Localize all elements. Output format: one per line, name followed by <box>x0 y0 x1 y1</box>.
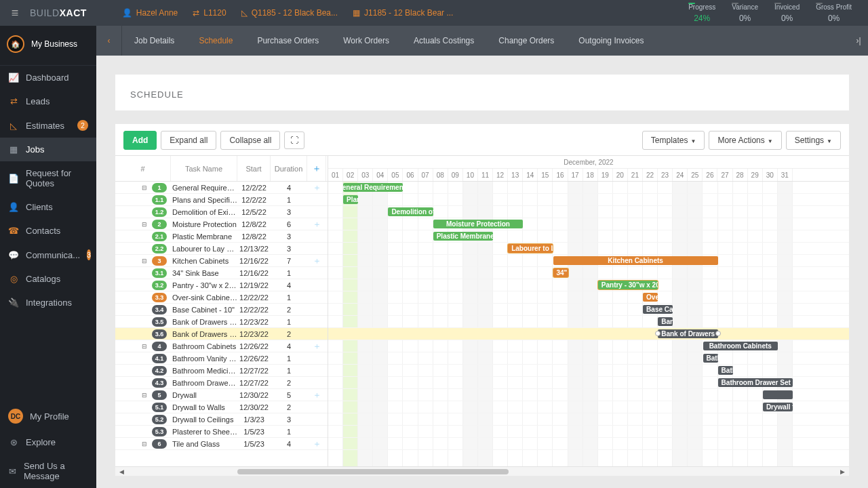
fullscreen-button[interactable]: ⛶ <box>284 131 304 149</box>
more-actions-dropdown[interactable]: More Actions▼ <box>709 131 781 150</box>
task-row[interactable]: 1.2Demolition of Existing12/5/223 <box>115 206 328 218</box>
gantt-bar[interactable]: Bathr <box>718 366 733 375</box>
task-row[interactable]: 2.2Labourer to Lay and Ta12/13/223 <box>115 243 328 255</box>
add-subtask-icon[interactable]: ＋ <box>307 182 326 194</box>
collapse-toggle[interactable]: ⊟ <box>138 343 151 350</box>
task-row[interactable]: ⊟6Tile and Glass1/5/234＋ <box>115 438 328 450</box>
sidebar-item-explore[interactable]: ⊛Explore <box>0 430 96 454</box>
gantt-bar[interactable]: Labourer to Lay <box>508 244 553 253</box>
sidebar-business[interactable]: 🏠 My Business <box>0 26 96 66</box>
task-row[interactable]: ⊟3Kitchen Cabinets12/16/227＋ <box>115 255 328 267</box>
gantt-bar[interactable] <box>763 390 793 399</box>
collapse-toggle[interactable]: ⊟ <box>138 441 151 447</box>
sidebar-item-comms[interactable]: 💬Communica...3 <box>0 243 96 267</box>
task-row[interactable]: 4.3Bathroom Drawer Set12/27/222 <box>115 377 328 389</box>
expand-all-button[interactable]: Expand all <box>161 131 216 150</box>
add-subtask-icon[interactable]: ＋ <box>307 389 326 401</box>
compass-icon: ⊛ <box>8 437 19 447</box>
collapse-toggle[interactable]: ⊟ <box>138 221 151 228</box>
gantt-bar[interactable]: Bathroom Drawer Set <box>718 378 793 387</box>
add-subtask-icon[interactable]: ＋ <box>307 438 326 450</box>
gantt-bar[interactable]: Bathr <box>703 354 718 363</box>
collapse-toggle[interactable]: ⊟ <box>138 392 151 399</box>
gantt-bar[interactable]: Drywall t <box>763 403 793 411</box>
gantt-bar[interactable]: Moisture Protection <box>433 220 524 228</box>
gantt-bar[interactable]: Demolition of Ex <box>388 207 433 216</box>
collapse-all-button[interactable]: Collapse all <box>220 131 280 150</box>
menu-toggle[interactable]: ≡ <box>0 6 30 20</box>
task-row[interactable]: 2.1Plastic Membrane12/8/223 <box>115 230 328 243</box>
tab-change-orders[interactable]: Change Orders <box>486 26 566 56</box>
gantt-bar[interactable]: Base Cabi <box>643 305 673 314</box>
day-header: 04 <box>373 169 388 181</box>
task-row[interactable]: 5.1Drywall to Walls12/30/222 <box>115 401 328 413</box>
bar-handle-right[interactable] <box>715 331 721 336</box>
tabs-back[interactable]: ‹ <box>96 26 122 56</box>
sidebar-item-integrations[interactable]: 🔌Integrations <box>0 291 96 314</box>
file-icon: 📄 <box>8 174 19 184</box>
tab-outgoing-invoices[interactable]: Outgoing Invoices <box>566 26 656 56</box>
crumb-user[interactable]: 👤 Hazel Anne <box>122 8 178 18</box>
task-row[interactable]: ⊟2Moisture Protection12/8/226＋ <box>115 218 328 230</box>
gantt-bar[interactable]: Plastic Membrane <box>433 232 493 241</box>
task-row[interactable]: 3.4Base Cabinet - 10"12/22/222 <box>115 304 328 316</box>
sidebar-item-catalogs[interactable]: ◎Catalogs <box>0 267 96 291</box>
gantt-bar[interactable]: Pantry - 30"w x 20"d x <box>598 281 658 289</box>
crumb-quote[interactable]: ◺ Q1185 - 12 Black Bea... <box>241 8 338 18</box>
collapse-toggle[interactable]: ⊟ <box>138 184 151 191</box>
settings-dropdown[interactable]: Settings▼ <box>786 131 841 150</box>
task-row[interactable]: 3.2Pantry - 30"w x 20"d x12/19/224 <box>115 279 328 291</box>
gantt-bar[interactable]: General Requirements <box>343 183 403 192</box>
sidebar-item-jobs[interactable]: ▦Jobs <box>0 138 96 161</box>
task-row[interactable]: 3.134" Sink Base12/16/221 <box>115 267 328 279</box>
horizontal-scrollbar[interactable]: ◀ ▶ <box>115 466 849 476</box>
task-row[interactable]: ⊟1General Requirements12/2/224＋ <box>115 182 328 194</box>
gantt-bar[interactable]: Bank of Drawers - 36" <box>658 329 717 338</box>
gantt-bar[interactable]: Over <box>643 293 658 302</box>
task-row[interactable]: 3.5Bank of Drawers - 24"12/23/221 <box>115 316 328 328</box>
task-row[interactable]: 3.6Bank of Drawers - 36"12/23/222 <box>115 328 328 340</box>
gantt-bar[interactable]: 34" S <box>553 268 568 277</box>
task-row[interactable]: ⊟4Bathroom Cabinets12/26/224＋ <box>115 340 328 352</box>
task-name: Tile and Glass <box>171 440 237 448</box>
task-row[interactable]: 4.2Bathroom Medicine Ca12/27/221 <box>115 365 328 377</box>
gantt-bar[interactable]: Plans <box>343 195 358 204</box>
col-add[interactable]: ＋ <box>307 156 326 181</box>
sidebar-item-clients[interactable]: 👤Clients <box>0 195 96 219</box>
gantt-bar[interactable]: Bathroom Cabinets <box>703 342 778 350</box>
tabs-more[interactable]: ›| <box>849 26 868 56</box>
task-row[interactable]: ⊟5Drywall12/30/225＋ <box>115 389 328 401</box>
crumb-job[interactable]: ▦ J1185 - 12 Black Bear ... <box>353 8 453 18</box>
collapse-toggle[interactable]: ⊟ <box>138 258 151 264</box>
tab-purchase-orders[interactable]: Purchase Orders <box>245 26 331 56</box>
day-header: 03 <box>358 169 373 181</box>
add-subtask-icon[interactable]: ＋ <box>307 255 326 267</box>
tab-work-orders[interactable]: Work Orders <box>331 26 401 56</box>
sidebar-item-contacts[interactable]: ☎Contacts <box>0 219 96 243</box>
task-row[interactable]: 4.1Bathroom Vanity - Whi12/26/221 <box>115 352 328 365</box>
task-row[interactable]: 5.3Plasterer to Sheet and1/5/231 <box>115 426 328 438</box>
crumb-lead[interactable]: ⇄ L1120 <box>193 8 226 18</box>
task-duration: 5 <box>271 391 307 399</box>
task-name: Bathroom Drawer Set <box>171 379 237 387</box>
gantt-bar[interactable]: Bank <box>658 317 673 326</box>
tab-schedule[interactable]: Schedule <box>186 26 245 56</box>
sidebar-item-leads[interactable]: ⇄Leads <box>0 89 96 113</box>
sidebar-item-message[interactable]: ✉Send Us a Message <box>0 454 96 488</box>
task-duration: 6 <box>271 220 307 228</box>
add-subtask-icon[interactable]: ＋ <box>307 218 326 230</box>
task-row[interactable]: 3.3Over-sink Cabinet - 3412/22/221 <box>115 291 328 304</box>
sidebar-item-profile[interactable]: DCMy Profile <box>0 402 96 430</box>
templates-dropdown[interactable]: Templates▼ <box>642 131 705 150</box>
task-start: 12/26/22 <box>237 354 271 363</box>
sidebar-item-rfq[interactable]: 📄Request for Quotes <box>0 161 96 195</box>
tab-actuals-costings[interactable]: Actuals Costings <box>401 26 486 56</box>
tab-job-details[interactable]: Job Details <box>122 26 186 56</box>
add-subtask-icon[interactable]: ＋ <box>307 340 326 352</box>
sidebar-item-estimates[interactable]: ◺Estimates2 <box>0 113 96 138</box>
task-row[interactable]: 5.2Drywall to Ceilings1/3/233 <box>115 413 328 426</box>
add-button[interactable]: Add <box>123 131 157 150</box>
task-row[interactable]: 1.1Plans and Specifications12/2/221 <box>115 194 328 206</box>
sidebar-item-dashboard[interactable]: 📈Dashboard <box>0 66 96 89</box>
gantt-bar[interactable]: Kitchen Cabinets <box>553 256 718 265</box>
